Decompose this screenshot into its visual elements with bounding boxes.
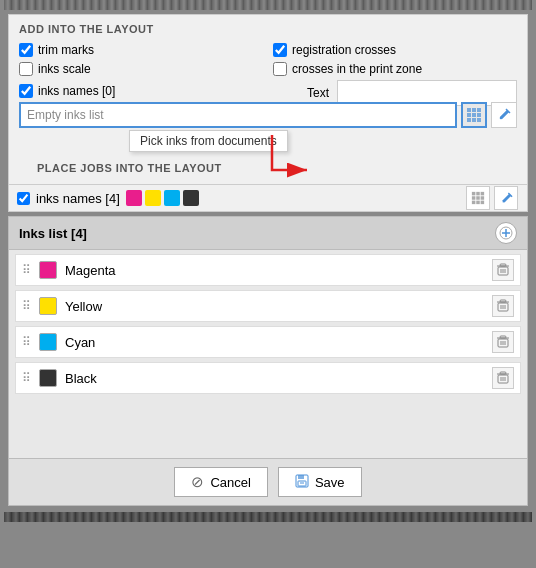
middle-inks-names-label: inks names [4]	[36, 191, 120, 206]
ink-row-yellow: ⠿ Yellow	[15, 290, 521, 322]
registration-crosses-label: registration crosses	[292, 43, 396, 57]
magenta-name: Magenta	[65, 263, 484, 278]
inks-names-label: inks names [0]	[38, 84, 115, 98]
crosses-print-checkbox[interactable]	[273, 62, 287, 76]
add-ink-button[interactable]	[495, 222, 517, 244]
black-swatch	[183, 190, 199, 206]
svg-rect-6	[467, 118, 471, 122]
svg-rect-2	[477, 108, 481, 112]
trim-marks-row: trim marks	[19, 43, 263, 57]
cyan-name: Cyan	[65, 335, 484, 350]
save-disk-icon	[295, 474, 309, 488]
cancel-button[interactable]: ⊘ Cancel	[174, 467, 267, 497]
save-button[interactable]: Save	[278, 467, 362, 497]
section-title: ADD INTO THE LAYOUT	[19, 23, 517, 35]
color-swatches-row	[126, 190, 199, 206]
red-arrow	[252, 130, 332, 190]
inks-list-title: Inks list [4]	[19, 226, 87, 241]
pick-inks-button[interactable]	[461, 102, 487, 128]
middle-pick-icon	[471, 191, 485, 205]
svg-rect-14	[476, 196, 480, 200]
middle-edit-icon	[500, 192, 513, 205]
crosses-print-label: crosses in the print zone	[292, 62, 422, 76]
svg-rect-0	[467, 108, 471, 112]
svg-rect-45	[500, 372, 506, 374]
crosses-print-row: crosses in the print zone	[273, 62, 517, 76]
svg-rect-17	[476, 201, 480, 205]
inks-names-row: inks names [0]	[19, 84, 115, 98]
trim-marks-label: trim marks	[38, 43, 94, 57]
black-color-swatch	[39, 369, 57, 387]
delete-yellow-icon	[496, 299, 510, 313]
svg-rect-47	[298, 475, 304, 479]
registration-crosses-row: registration crosses	[273, 43, 517, 57]
inks-scale-row: inks scale	[19, 62, 263, 76]
edit-icon	[497, 108, 511, 122]
drag-handle-cyan[interactable]: ⠿	[22, 335, 31, 349]
svg-rect-39	[500, 336, 506, 338]
add-icon	[499, 226, 513, 240]
drag-handle-yellow[interactable]: ⠿	[22, 299, 31, 313]
yellow-color-swatch	[39, 297, 57, 315]
delete-magenta-button[interactable]	[492, 259, 514, 281]
svg-rect-15	[481, 196, 485, 200]
svg-rect-13	[472, 196, 476, 200]
svg-rect-7	[472, 118, 476, 122]
ink-row-black: ⠿ Black	[15, 362, 521, 394]
delete-black-button[interactable]	[492, 367, 514, 389]
registration-crosses-checkbox[interactable]	[273, 43, 287, 57]
svg-rect-27	[500, 264, 506, 266]
drag-handle-black[interactable]: ⠿	[22, 371, 31, 385]
cancel-label: Cancel	[210, 475, 250, 490]
svg-rect-11	[476, 192, 480, 196]
svg-rect-33	[500, 300, 506, 302]
delete-cyan-button[interactable]	[492, 331, 514, 353]
ink-row-cyan: ⠿ Cyan	[15, 326, 521, 358]
inks-scale-checkbox[interactable]	[19, 62, 33, 76]
delete-black-icon	[496, 371, 510, 385]
svg-rect-5	[477, 113, 481, 117]
inks-scale-label: inks scale	[38, 62, 91, 76]
trim-marks-checkbox[interactable]	[19, 43, 33, 57]
drag-handle-magenta[interactable]: ⠿	[22, 263, 31, 277]
pick-inks-icon	[466, 107, 482, 123]
yellow-name: Yellow	[65, 299, 484, 314]
svg-rect-10	[472, 192, 476, 196]
svg-rect-1	[472, 108, 476, 112]
magenta-swatch	[126, 190, 142, 206]
delete-magenta-icon	[496, 263, 510, 277]
middle-pick-button[interactable]	[466, 186, 490, 210]
black-name: Black	[65, 371, 484, 386]
inks-names-checkbox[interactable]	[19, 84, 33, 98]
middle-inks-names-checkbox[interactable]	[17, 192, 30, 205]
edit-inks-button[interactable]	[491, 102, 517, 128]
cyan-color-swatch	[39, 333, 57, 351]
ink-row-magenta: ⠿ Magenta	[15, 254, 521, 286]
text-field-label: Text	[307, 86, 329, 100]
svg-rect-3	[467, 113, 471, 117]
magenta-color-swatch	[39, 261, 57, 279]
save-icon	[295, 474, 309, 491]
inks-list-input[interactable]	[19, 102, 457, 128]
delete-yellow-button[interactable]	[492, 295, 514, 317]
svg-rect-8	[477, 118, 481, 122]
middle-edit-button[interactable]	[494, 186, 518, 210]
save-label: Save	[315, 475, 345, 490]
yellow-swatch	[145, 190, 161, 206]
svg-rect-4	[472, 113, 476, 117]
svg-rect-18	[481, 201, 485, 205]
svg-rect-12	[481, 192, 485, 196]
delete-cyan-icon	[496, 335, 510, 349]
svg-rect-16	[472, 201, 476, 205]
inks-list-header: Inks list [4]	[9, 217, 527, 250]
cancel-icon: ⊘	[191, 473, 204, 491]
cyan-swatch	[164, 190, 180, 206]
